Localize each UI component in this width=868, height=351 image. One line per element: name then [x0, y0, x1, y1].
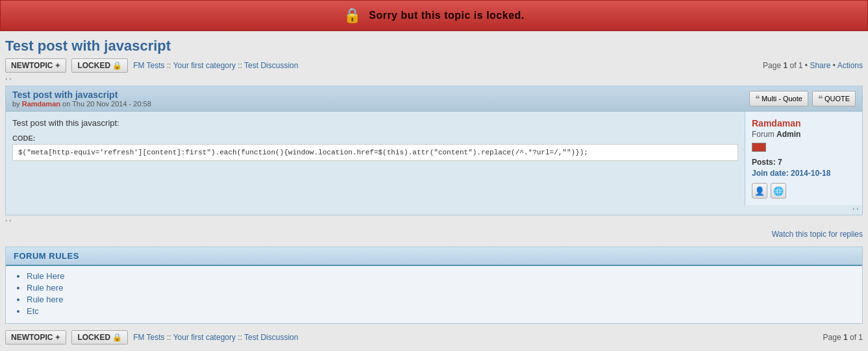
lock-banner: 🔒 Sorry but this topic is locked.: [0, 0, 868, 31]
forum-rule-item: Rule Here: [27, 271, 852, 281]
top-arrows: ❛ ❛: [5, 77, 863, 84]
post-body-wrapper: Test post with this javascript: CODE: $(…: [6, 112, 862, 205]
post-author-link[interactable]: Ramdaman: [22, 100, 60, 108]
quote-icon: ❝: [818, 93, 823, 104]
locked-label: LOCKED: [77, 61, 110, 70]
breadcrumb-test-discussion[interactable]: Test Discussion: [244, 61, 298, 70]
joindate-label: Join date:: [752, 169, 791, 178]
user-flag: [752, 143, 766, 152]
user-role-prefix: Forum: [752, 130, 776, 139]
toolbar-left: NEWTOPIC✦ LOCKED🔒 FM Tests :: Your first…: [5, 58, 298, 73]
breadcrumb-fm-tests[interactable]: FM Tests: [133, 61, 164, 70]
bottom-breadcrumb-fm-tests[interactable]: FM Tests: [133, 333, 164, 342]
bottom-breadcrumb-sep2: ::: [236, 333, 244, 342]
bottom-breadcrumb-sep1: ::: [165, 333, 173, 342]
bottom-toolbar: NEWTOPIC✦ LOCKED🔒 FM Tests :: Your first…: [5, 330, 863, 345]
code-label: CODE:: [12, 134, 738, 142]
post-date: on Thu 20 Nov 2014 - 20:58: [60, 100, 151, 108]
bottom-breadcrumb-first-category[interactable]: Your first category: [173, 333, 236, 342]
joindate-value: 2014-10-18: [791, 169, 830, 178]
forum-rules-body: Rule HereRule hereRule hereEtc: [6, 266, 862, 323]
bottom-current-page: 1: [843, 333, 848, 342]
user-role-label: Admin: [776, 130, 800, 139]
bottom-toolbar-left: NEWTOPIC✦ LOCKED🔒 FM Tests :: Your first…: [5, 330, 298, 345]
lock-banner-text: Sorry but this topic is locked.: [369, 10, 525, 21]
bottom-locked-icon: 🔒: [112, 333, 122, 342]
forum-rules-list: Rule HereRule hereRule hereEtc: [16, 271, 852, 316]
bottom-newtopic-label: NEWTOPIC: [11, 333, 53, 342]
forum-rules: FORUM RULES Rule HereRule hereRule hereE…: [5, 247, 863, 324]
posts-label: Posts:: [752, 158, 778, 167]
post-header-left: Test post with javascript by Ramdaman on…: [12, 90, 151, 108]
locked-button[interactable]: LOCKED🔒: [71, 58, 128, 73]
breadcrumb-first-category[interactable]: Your first category: [173, 61, 236, 70]
multiquote-icon: ❝: [755, 93, 760, 104]
newtopic-label: NEWTOPIC: [11, 61, 53, 70]
bottom-newtopic-button[interactable]: NEWTOPIC✦: [5, 330, 66, 345]
toolbar-right: Page 1 of 1 • Share • Actions: [763, 61, 863, 70]
actions-link[interactable]: Actions: [837, 61, 863, 70]
post-header: Test post with javascript by Ramdaman on…: [6, 86, 862, 112]
user-web-icon[interactable]: 🌐: [771, 183, 786, 199]
total-pages: 1: [799, 61, 803, 70]
post-meta: by Ramdaman on Thu 20 Nov 2014 - 20:58: [12, 100, 151, 108]
breadcrumb-sep1: ::: [165, 61, 173, 70]
user-posts: Posts: 7: [752, 158, 856, 167]
bullet2: •: [830, 61, 837, 70]
breadcrumb: FM Tests :: Your first category :: Test …: [133, 61, 298, 70]
pagination-text: Page: [763, 61, 783, 70]
newtopic-plus-icon: ✦: [55, 62, 60, 70]
top-toolbar: NEWTOPIC✦ LOCKED🔒 FM Tests :: Your first…: [5, 58, 863, 73]
post-body-text: Test post with this javascript:: [12, 118, 738, 128]
forum-rule-item: Etc: [27, 306, 852, 316]
bottom-locked-button[interactable]: LOCKED🔒: [71, 330, 128, 345]
lock-icon: 🔒: [343, 7, 361, 24]
bullet1: •: [803, 61, 810, 70]
bottom-total-pages: 1: [858, 333, 863, 342]
post-area: Test post with javascript by Ramdaman on…: [5, 86, 863, 215]
bottom-locked-label: LOCKED: [77, 333, 110, 342]
page-title: Test post with javascript: [5, 38, 863, 54]
user-joindate: Join date: 2014-10-18: [752, 169, 856, 178]
post-footer-arrows: ❛ ❛: [6, 205, 862, 215]
posts-count: 7: [778, 158, 782, 167]
multiquote-label: Multi - Quote: [762, 95, 802, 103]
user-profile-icon[interactable]: 👤: [752, 183, 767, 199]
user-sidebar: Ramdaman Forum Admin Posts: 7 Join date:…: [745, 112, 862, 205]
user-role: Forum Admin: [752, 130, 856, 139]
user-action-icons: 👤 🌐: [752, 183, 856, 199]
multiquote-button[interactable]: ❝ Multi - Quote: [749, 91, 808, 106]
bottom-post-arrows: ❛ ❛: [5, 218, 863, 225]
locked-lock-icon: 🔒: [112, 61, 122, 70]
bottom-of-text: of: [848, 333, 859, 342]
forum-rule-item: Rule here: [27, 283, 852, 293]
watch-topic-link[interactable]: Watch this topic for replies: [772, 230, 863, 239]
bottom-pagination: Page 1 of 1: [823, 333, 863, 342]
post-content: Test post with this javascript: CODE: $(…: [6, 112, 745, 205]
post-by-label: by: [12, 100, 22, 108]
share-link[interactable]: Share: [810, 61, 830, 70]
bottom-newtopic-icon: ✦: [55, 333, 60, 342]
code-block: $("meta[http-equiv='refresh'][content]:f…: [12, 144, 738, 161]
forum-rule-item: Rule here: [27, 295, 852, 304]
post-header-right: ❝ Multi - Quote ❝ QUOTE: [749, 91, 856, 106]
bottom-breadcrumb-test-discussion[interactable]: Test Discussion: [244, 333, 298, 342]
newtopic-button[interactable]: NEWTOPIC✦: [5, 58, 66, 73]
bottom-breadcrumb: FM Tests :: Your first category :: Test …: [133, 333, 298, 342]
forum-rules-header: FORUM RULES: [6, 247, 862, 266]
watch-topic: Watch this topic for replies: [5, 227, 863, 241]
quote-label: QUOTE: [825, 95, 850, 103]
post-title: Test post with javascript: [12, 90, 151, 100]
quote-button[interactable]: ❝ QUOTE: [812, 91, 856, 106]
user-name[interactable]: Ramdaman: [752, 118, 856, 128]
bottom-page-text: Page: [823, 333, 843, 342]
of-text: of: [787, 61, 799, 70]
breadcrumb-sep2: ::: [236, 61, 244, 70]
